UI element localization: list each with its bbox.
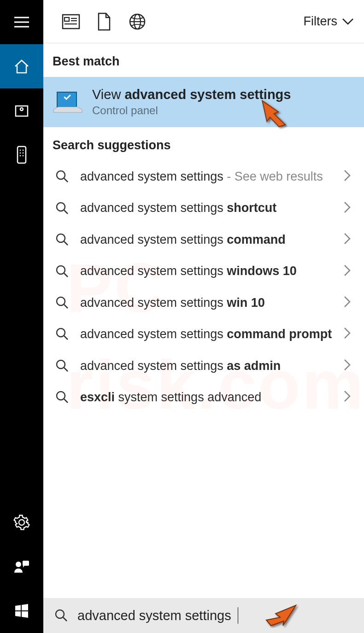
suggestion-text: advanced system settings command [80,231,334,248]
svg-rect-10 [23,561,29,566]
globe-icon [129,13,146,30]
suggestion-item[interactable]: advanced system settings windows 10 [43,255,364,287]
best-match-subtitle: Control panel [92,104,291,117]
suggestion-item[interactable]: advanced system settings - See web resul… [43,161,364,192]
best-match-result[interactable]: View advanced system settings Control pa… [43,77,364,127]
gear-icon [13,514,30,531]
apps-icon [62,14,80,29]
settings-button[interactable] [0,500,43,545]
suggestion-item[interactable]: advanced system settings command [43,224,364,255]
scope-documents-button[interactable] [88,12,121,31]
search-icon [54,390,70,404]
svg-line-28 [64,305,68,308]
svg-point-29 [57,328,65,337]
filters-label: Filters [304,14,338,29]
svg-line-26 [64,273,68,277]
suggestion-text: esxcli system settings advanced [80,389,334,405]
svg-point-31 [57,360,65,369]
best-match-title: View advanced system settings [92,87,291,102]
control-panel-icon [53,91,82,113]
svg-point-6 [23,152,23,153]
search-icon [54,609,68,622]
svg-line-34 [64,399,68,403]
suggestion-item[interactable]: advanced system settings as admin [43,350,364,381]
suggestion-text: advanced system settings windows 10 [80,263,334,279]
chevron-right-icon [344,359,355,373]
person-feedback-icon [13,559,30,574]
camera-icon [14,103,29,118]
search-icon [54,233,70,246]
suggestion-item[interactable]: esxcli system settings advanced [43,381,364,413]
svg-point-35 [56,610,64,618]
suggestion-text: advanced system settings win 10 [80,294,334,311]
chevron-right-icon [344,296,355,310]
svg-point-8 [23,155,23,156]
left-rail [0,0,43,633]
chevron-right-icon [344,201,355,215]
suggestion-text: advanced system settings shortcut [80,199,334,216]
best-match-text: View advanced system settings Control pa… [92,87,291,117]
menu-button[interactable] [0,0,43,44]
annotation-arrow-2 [260,596,301,633]
svg-point-21 [57,203,65,211]
home-button[interactable] [0,44,43,88]
chevron-right-icon [344,170,355,183]
search-icon [54,296,70,310]
hamburger-icon [13,16,30,29]
search-panel: PCrisk.com Filters Best match [43,0,364,633]
suggestions-list: advanced system settings - See web resul… [43,161,364,413]
svg-point-7 [20,155,21,156]
suggestion-item[interactable]: advanced system settings command prompt [43,318,364,350]
search-icon [54,359,70,373]
document-icon [97,12,112,31]
chevron-right-icon [344,264,355,278]
suggestion-text: advanced system settings command prompt [80,326,334,342]
scope-apps-button[interactable] [54,14,88,29]
svg-point-27 [57,297,65,305]
suggestion-text: advanced system settings as admin [80,358,334,374]
chevron-down-icon [342,18,354,25]
text-caret [238,607,238,624]
svg-line-30 [64,336,68,340]
chevron-right-icon [344,233,355,246]
svg-line-36 [63,617,67,621]
suggestion-item[interactable]: advanced system settings shortcut [43,192,364,223]
suggestion-item[interactable]: advanced system settings win 10 [43,287,364,318]
svg-rect-12 [65,18,69,21]
suggestions-header: Search suggestions [43,127,364,161]
suggestion-text: advanced system settings - See web resul… [80,168,334,185]
remote-icon [16,146,27,164]
svg-rect-2 [18,147,26,163]
svg-point-19 [57,171,65,179]
search-icon [54,327,70,341]
camera-button[interactable] [0,88,43,133]
search-bar[interactable]: advanced system settings [43,598,364,633]
search-query[interactable]: advanced system settings [77,608,231,623]
chevron-right-icon [344,327,355,341]
search-icon [54,201,70,215]
home-icon [13,58,30,75]
svg-line-32 [64,368,68,371]
filters-dropdown[interactable]: Filters [304,14,360,29]
svg-point-1 [20,108,23,111]
svg-point-23 [57,234,65,242]
svg-point-25 [57,266,65,274]
svg-point-9 [16,562,21,567]
scope-web-button[interactable] [121,13,154,30]
windows-icon [14,603,29,619]
best-match-header: Best match [43,43,364,77]
svg-point-3 [20,150,21,151]
scope-bar: Filters [43,0,364,43]
feedback-button[interactable] [0,545,43,589]
svg-line-24 [64,241,68,245]
svg-line-22 [64,210,68,214]
search-icon [54,170,70,183]
svg-point-33 [57,392,65,400]
search-icon [54,264,70,278]
chevron-right-icon [344,390,355,404]
svg-point-5 [20,152,21,153]
start-button[interactable] [0,589,43,633]
svg-point-4 [23,150,23,151]
svg-line-20 [64,178,68,182]
remote-button[interactable] [0,133,43,177]
